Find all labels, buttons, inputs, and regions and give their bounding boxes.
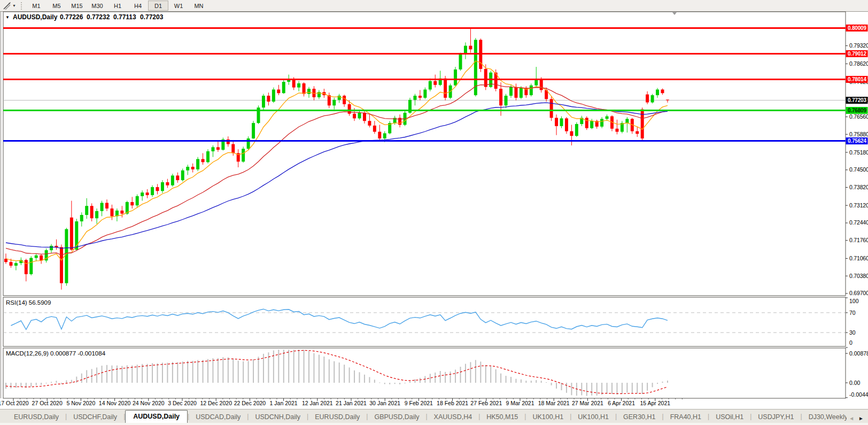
- tab-USDJPY-H1[interactable]: USDJPY,H1: [751, 411, 800, 423]
- macd-bar: [485, 365, 486, 383]
- tab-HK50-M15[interactable]: HK50,M15: [480, 411, 524, 423]
- candle-body: [40, 256, 43, 261]
- tab-EURUSD-Daily[interactable]: EURUSD,Daily: [7, 411, 65, 423]
- tab-GBPUSD-Daily[interactable]: GBPUSD,Daily: [368, 411, 425, 423]
- macd-axis-label: 0.00: [849, 380, 861, 386]
- price-tick-label: 0.74500: [849, 166, 868, 173]
- rsi-axis-label: 100: [849, 298, 859, 304]
- macd-bar: [405, 383, 406, 383]
- date-tick-label: 27 Oct 2020: [32, 400, 63, 406]
- date-tick-label: 18 Feb 2021: [437, 400, 468, 406]
- tab-EURUSD-Daily[interactable]: EURUSD,Daily: [308, 411, 366, 423]
- tab-XAUUSD-H4[interactable]: XAUUSD,H4: [428, 411, 479, 423]
- candle-body: [231, 144, 235, 153]
- candle-body: [196, 159, 199, 169]
- macd-bar: [218, 358, 219, 383]
- macd-bar: [142, 364, 143, 383]
- date-tick-label: 14 Nov 2020: [99, 400, 131, 406]
- macd-bar: [626, 383, 627, 392]
- tab-USDCNH-Daily[interactable]: USDCNH,Daily: [249, 411, 307, 423]
- macd-bar: [304, 350, 305, 383]
- macd-bar: [622, 383, 623, 393]
- rsi-axis-label: 70: [849, 310, 856, 316]
- candle-body: [136, 196, 139, 205]
- price-tick-label: 0.71060: [849, 255, 868, 261]
- date-tick-label: 15 Apr 2021: [640, 400, 670, 406]
- price-tick-label: 0.69700: [849, 290, 868, 296]
- macd-bar: [81, 374, 82, 383]
- macd-bar: [96, 367, 97, 383]
- macd-bar: [308, 351, 309, 383]
- candle-body: [363, 113, 366, 121]
- candle-body: [242, 149, 245, 161]
- candle-body: [555, 118, 558, 126]
- tab-UK100-H1[interactable]: UK100,H1: [526, 411, 570, 423]
- macd-axis-label: 0.008782: [849, 350, 868, 357]
- macd-bar: [177, 362, 178, 383]
- macd-bar: [5, 383, 6, 389]
- price-badge-label: 0.80009: [848, 25, 866, 31]
- tab-GER30-H1[interactable]: GER30,H1: [617, 411, 662, 423]
- macd-bar: [232, 359, 234, 383]
- candle-body: [560, 118, 563, 126]
- candle-body: [606, 117, 609, 119]
- macd-bar: [66, 380, 67, 383]
- macd-bar: [167, 363, 168, 383]
- candle-body: [641, 110, 644, 138]
- macd-bar: [192, 361, 193, 383]
- macd-bar: [20, 383, 21, 387]
- macd-bar: [329, 359, 330, 383]
- price-tick-label: 0.70380: [849, 273, 868, 279]
- price-tick-label: 0.78620: [849, 60, 868, 67]
- candle-body: [570, 132, 573, 136]
- macd-bar: [551, 383, 552, 385]
- candle-body: [651, 95, 654, 102]
- candle-body: [550, 99, 553, 118]
- macd-bar: [283, 350, 284, 383]
- tab-scroll-right-icon[interactable]: ►: [858, 415, 864, 421]
- candle-body: [272, 89, 275, 102]
- candle-body: [600, 119, 603, 126]
- candle-body: [368, 121, 371, 126]
- date-tick-label: 1 Jan 2021: [270, 400, 298, 406]
- candle-body: [332, 100, 336, 106]
- date-axis: 17 Oct 202027 Oct 20205 Nov 202014 Nov 2…: [0, 398, 682, 406]
- date-tick-label: 6 Apr 2021: [608, 400, 635, 406]
- macd-bar: [187, 361, 188, 383]
- macd-bar: [480, 361, 481, 383]
- macd-bar: [323, 357, 324, 383]
- macd-bar: [238, 361, 239, 383]
- macd-bar: [203, 360, 204, 383]
- macd-bar: [313, 353, 314, 383]
- tab-AUDUSD-Daily[interactable]: AUDUSD,Daily: [125, 410, 188, 423]
- candle-body: [151, 187, 154, 195]
- candle-body: [292, 80, 296, 87]
- macd-bar: [414, 379, 415, 383]
- macd-bar: [182, 361, 183, 383]
- macd-bar: [253, 359, 254, 383]
- candle-body: [201, 159, 205, 163]
- tab-USOil-H1[interactable]: USOil,H1: [709, 411, 750, 423]
- candle-body: [666, 99, 669, 100]
- date-tick-label: 27 Mar 2021: [572, 400, 603, 406]
- candle-body: [110, 208, 113, 216]
- candle-body: [459, 55, 462, 69]
- candle-body: [191, 167, 195, 169]
- candle-body: [423, 89, 427, 97]
- candle-body: [378, 132, 381, 138]
- macd-axis-label: -0.004451: [849, 391, 868, 398]
- macd-bar: [364, 375, 365, 383]
- tab-USDCHF-Daily[interactable]: USDCHF,Daily: [67, 411, 123, 423]
- tab-scroll-left-icon[interactable]: ◄: [849, 415, 854, 421]
- tab-UK100-H1[interactable]: UK100,H1: [571, 411, 615, 423]
- macd-bar: [61, 383, 62, 384]
- tab-FRA40-H1[interactable]: FRA40,H1: [664, 411, 708, 423]
- candle-body: [328, 95, 331, 105]
- candle-body: [60, 247, 63, 283]
- tab-USDCAD-Daily[interactable]: USDCAD,Daily: [189, 411, 247, 423]
- tab-DJ30-Weekly[interactable]: DJ30,Weekly: [802, 411, 847, 423]
- macd-bar: [475, 360, 476, 383]
- macd-bar: [652, 383, 653, 387]
- macd-bar: [409, 381, 410, 383]
- date-tick-label: 9 Mar 2021: [506, 400, 534, 406]
